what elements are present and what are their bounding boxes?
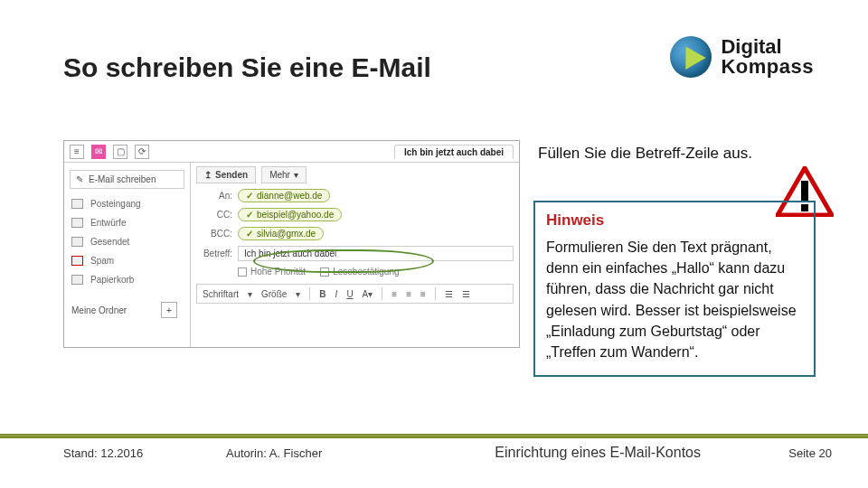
compose-tab: Ich bin jetzt auch dabei bbox=[394, 145, 514, 159]
compass-icon bbox=[670, 36, 712, 78]
align-left-icon: ≡ bbox=[392, 289, 397, 299]
folder-drafts: Entwürfe bbox=[64, 213, 190, 232]
underline-icon: U bbox=[346, 289, 353, 299]
compose-label: E-Mail schreiben bbox=[89, 174, 156, 184]
receipt-option: Lesebestätigung bbox=[320, 267, 399, 277]
footer-author: Autorin: A. Fischer bbox=[226, 446, 407, 460]
subject-field: Ich bin jetzt auch dabei bbox=[238, 246, 514, 261]
footer: Stand: 12.2016 Autorin: A. Fischer Einri… bbox=[0, 445, 868, 461]
folder-spam: Spam bbox=[64, 251, 190, 270]
bcc-chip: ✓silvia@gmx.de bbox=[238, 227, 324, 240]
subject-label: Betreff: bbox=[196, 249, 232, 258]
folder-sent: Gesendet bbox=[64, 232, 190, 251]
refresh-icon: ⟳ bbox=[135, 145, 149, 159]
list-number-icon: ☰ bbox=[462, 289, 470, 299]
footer-topic: Einrichtung eines E-Mail-Kontos bbox=[407, 445, 788, 461]
cc-chip: ✓beispiel@yahoo.de bbox=[238, 208, 342, 221]
cc-label: CC: bbox=[196, 210, 232, 220]
format-toolbar: Schriftart▾ Größe▾ B I U A▾ ≡ ≡ ≡ ☰ ☰ bbox=[196, 284, 514, 304]
menu-icon: ≡ bbox=[70, 145, 84, 159]
to-label: An: bbox=[196, 191, 232, 201]
to-chip: ✓dianne@web.de bbox=[238, 189, 330, 202]
email-client-screenshot: ≡ ✉ ▢ ⟳ Ich bin jetzt auch dabei ✎ E-Mai… bbox=[63, 140, 520, 348]
my-folders-label: Meine Ordner bbox=[71, 305, 127, 315]
instruction-text: Füllen Sie die Betreff-Zeile aus. bbox=[538, 145, 752, 163]
logo-line1: Digital bbox=[721, 37, 814, 57]
text-color-icon: A▾ bbox=[363, 289, 373, 299]
contacts-icon: ▢ bbox=[113, 145, 127, 159]
align-center-icon: ≡ bbox=[406, 289, 411, 299]
send-button: ↥ Senden bbox=[196, 166, 256, 183]
bold-icon: B bbox=[319, 289, 326, 299]
svg-rect-1 bbox=[801, 181, 808, 201]
mail-icon: ✉ bbox=[91, 145, 106, 159]
add-folder-icon: + bbox=[161, 302, 177, 318]
divider bbox=[0, 434, 868, 438]
folder-trash: Papierkorb bbox=[64, 270, 190, 289]
list-bullet-icon: ☰ bbox=[445, 289, 453, 299]
folder-inbox: Posteingang bbox=[64, 194, 190, 213]
logo-line2: Kompass bbox=[721, 57, 814, 77]
brand-logo: Digital Kompass bbox=[670, 36, 814, 78]
italic-icon: I bbox=[335, 289, 338, 299]
hint-body: Formulieren Sie den Text prägnant, denn … bbox=[546, 237, 803, 362]
compose-button: ✎ E-Mail schreiben bbox=[70, 170, 184, 189]
align-right-icon: ≡ bbox=[420, 289, 426, 299]
hint-box: Hinweis Formulieren Sie den Text prägnan… bbox=[533, 201, 816, 377]
pencil-icon: ✎ bbox=[76, 174, 83, 184]
bcc-label: BCC: bbox=[196, 229, 232, 239]
hint-title: Hinweis bbox=[546, 211, 803, 230]
priority-option: Hohe Priorität bbox=[238, 267, 306, 277]
footer-date: Stand: 12.2016 bbox=[63, 446, 226, 460]
more-button: Mehr ▾ bbox=[261, 166, 307, 183]
footer-page: Seite 20 bbox=[788, 446, 832, 460]
slide-title: So schreiben Sie eine E-Mail bbox=[63, 52, 431, 83]
